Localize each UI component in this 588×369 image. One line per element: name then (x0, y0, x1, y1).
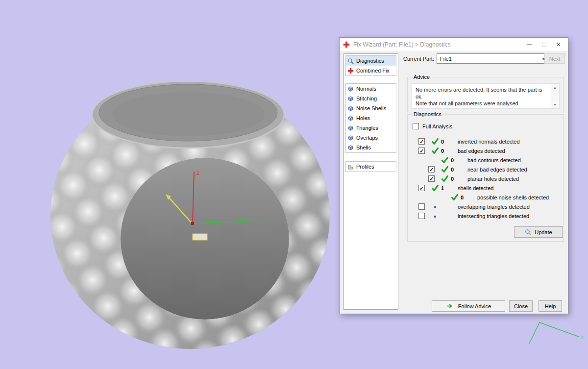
cube-icon (347, 86, 354, 92)
help-button[interactable]: Help (539, 300, 562, 312)
diagnostic-checkbox[interactable]: ✓ (428, 166, 435, 172)
sidebar-item-normals[interactable]: Normals (346, 84, 396, 94)
sidebar-item-stitching[interactable]: Stitching (346, 94, 396, 103)
maximize-button[interactable] (537, 38, 551, 51)
diagnostic-label: overlapping triangles detected (458, 204, 530, 210)
diagnostic-row: overlapping triangles detected (415, 202, 559, 212)
sidebar-group: NormalsStitchingNoise ShellsHolesTriangl… (345, 83, 396, 153)
sidebar-item-label: Shells (356, 145, 371, 150)
diagnostics-rows: ✓0inverted normals detected✓0bad edges d… (415, 137, 559, 223)
x-axis-label: x (258, 217, 261, 223)
sidebar-item-label: Diagnostics (356, 58, 384, 64)
sidebar-item-noise-shells[interactable]: Noise Shells (346, 103, 396, 113)
green-check-icon (451, 194, 458, 201)
diagnostic-label: inverted normals detected (458, 139, 520, 145)
sidebar-item-diagnostics[interactable]: Diagnostics (346, 56, 396, 66)
red-cross-icon (347, 68, 354, 74)
cube-icon (347, 135, 354, 141)
advice-text: No more errors are detected. It seems th… (412, 84, 559, 107)
maximize-icon (542, 43, 546, 47)
sidebar-item-label: Triangles (356, 125, 378, 131)
follow-advice-label: Follow Advice (458, 303, 491, 309)
sidebar-item-shells[interactable]: Shells (346, 143, 396, 152)
green-check-icon (441, 166, 448, 173)
advice-line-2: Note that not all parameters were analys… (416, 100, 548, 107)
current-part-value: File1 (440, 56, 452, 62)
diagnostic-row: 0possible noise shells detected (415, 193, 559, 202)
fix-wizard-dialog: Fix Wizard (Part: File1) > Diagnostics ×… (339, 37, 568, 314)
diagnostic-checkbox[interactable]: ✓ (418, 148, 425, 154)
sidebar-group: Profiles (345, 161, 396, 172)
scroll-down-icon[interactable]: ▼ (553, 103, 557, 106)
sidebar-item-label: Normals (356, 86, 376, 92)
cube-icon (347, 145, 354, 151)
diagnostic-row: ✓0near bad edges detected (415, 165, 559, 174)
sidebar-item-combined-fix[interactable]: Combined Fix (346, 66, 396, 75)
ring-model (50, 81, 330, 349)
sidebar-item-overlaps[interactable]: Overlaps (346, 133, 396, 143)
sidebar-item-label: Holes (356, 115, 370, 121)
diagnostic-label: bad contours detected (467, 157, 521, 163)
dialog-titlebar[interactable]: Fix Wizard (Part: File1) > Diagnostics × (340, 38, 568, 51)
follow-advice-button[interactable]: Follow Advice (432, 300, 505, 312)
green-check-icon (441, 175, 448, 183)
advice-group-label: Advice (412, 74, 432, 80)
next-button[interactable]: Next (544, 53, 565, 64)
diagnostic-count: 0 (461, 195, 464, 200)
diagnostic-checkbox[interactable] (418, 213, 425, 219)
origin-point (191, 222, 194, 225)
diagnostic-label: intersecting triangles detected (458, 213, 529, 219)
sidebar-group: DiagnosticsCombined Fix (345, 55, 396, 76)
sidebar-item-triangles[interactable]: Triangles (346, 123, 396, 133)
diagnostic-count: 0 (451, 157, 454, 163)
diagnostic-label: planar holes detected (467, 176, 519, 182)
current-part-dropdown[interactable]: File1 (437, 53, 549, 64)
sidebar-item-profiles[interactable]: Profiles (346, 162, 396, 172)
diagnostic-count: 0 (441, 148, 444, 154)
diagnostics-group: Diagnostics Full Analysis ✓0inverted nor… (407, 114, 564, 242)
update-button[interactable]: Update (514, 226, 563, 238)
diagnostic-count: 0 (451, 167, 454, 172)
close-window-button[interactable]: × (551, 38, 566, 51)
minimize-icon (527, 44, 532, 45)
diagnostic-label: bad edges detected (458, 148, 505, 154)
sidebar-item-label: Stitching (356, 96, 377, 101)
close-button[interactable]: Close (509, 300, 533, 312)
fix-wizard-icon (343, 41, 350, 48)
cube-icon (347, 115, 354, 122)
z-axis-label: z (196, 170, 199, 176)
diagnostics-group-label: Diagnostics (412, 111, 443, 117)
sidebar-item-label: Profiles (356, 164, 374, 170)
minimize-button[interactable] (522, 38, 537, 51)
diagnostic-checkbox[interactable]: ✓ (418, 185, 425, 191)
wizard-content: Current Part: File1 Next Advice No more … (402, 53, 565, 310)
full-analysis-checkbox[interactable] (413, 123, 419, 129)
sidebar-item-label: Noise Shells (356, 105, 386, 111)
diagnostic-label: possible noise shells detected (477, 195, 549, 200)
diagnostic-count: 0 (441, 139, 444, 145)
full-analysis-label: Full Analysis (422, 123, 452, 129)
diagnostic-row: ✓0bad edges detected (415, 147, 559, 156)
green-check-icon (441, 157, 448, 164)
sidebar-item-label: Combined Fix (356, 68, 390, 74)
advice-line-1: No more errors are detected. It seems th… (416, 86, 548, 100)
origin-tag (193, 234, 207, 240)
blue-dot-icon (434, 206, 436, 208)
diagnostic-checkbox[interactable]: ✓ (418, 138, 425, 145)
diagnostic-checkbox[interactable]: ✓ (428, 175, 435, 182)
diagnostic-count: 0 (451, 176, 454, 182)
diagnostic-row: ✓0inverted normals detected (415, 137, 559, 147)
advice-group: Advice No more errors are detected. It s… (407, 77, 564, 113)
diagnostic-row: ✓0planar holes detected (415, 174, 559, 184)
sidebar-item-holes[interactable]: Holes (346, 113, 396, 123)
green-check-icon (432, 148, 439, 155)
follow-advice-arrow-icon (446, 303, 454, 309)
world-x-axis-label: x (581, 334, 584, 340)
diagnostic-count: 1 (441, 185, 444, 191)
green-check-icon (432, 138, 439, 146)
profile-icon (347, 164, 354, 170)
advice-scrollbar[interactable]: ▲ ▼ (551, 84, 559, 108)
blue-dot-icon (434, 216, 436, 218)
scroll-up-icon[interactable]: ▲ (553, 86, 557, 89)
diagnostic-checkbox[interactable] (418, 203, 425, 210)
